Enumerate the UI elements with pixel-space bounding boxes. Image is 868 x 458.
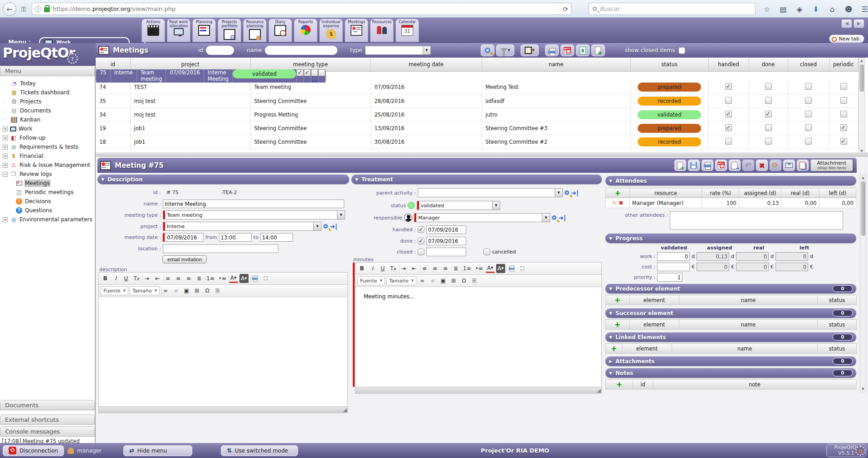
minutes-editor-body[interactable]: Meeting minutes...	[356, 287, 601, 374]
meeting-date-input[interactable]	[163, 233, 204, 242]
col-status[interactable]: status	[630, 58, 708, 71]
switch-mode-button[interactable]: ⇅Use switched mode	[221, 445, 298, 456]
successor-section-header[interactable]: ▼Successor element0	[605, 308, 856, 318]
delete-x-icon[interactable]: ✖	[619, 200, 624, 206]
work-validated-input[interactable]	[657, 252, 690, 261]
linked-elements-section-header[interactable]: ▼Linked Elements0	[605, 332, 856, 342]
expander-plus[interactable]: +	[3, 136, 8, 141]
delete-button[interactable]: ✖	[756, 160, 768, 171]
description-editor-resize-bar[interactable]	[98, 407, 348, 413]
periodic-checkbox[interactable]	[840, 138, 847, 145]
responsible-select[interactable]: Manager▼	[414, 213, 550, 222]
excel-tool-button[interactable]	[576, 44, 590, 56]
handled-checkbox[interactable]	[725, 97, 732, 104]
progress-section-header[interactable]: ▼Progress	[605, 234, 856, 243]
done-detail-checkbox[interactable]	[418, 238, 424, 244]
sidebar-item-meetings[interactable]: Meetings	[2, 179, 95, 188]
table-row[interactable]: 35moj testSteering Committee28/08/2016sd…	[96, 94, 858, 108]
sidebar-external-shortcuts-panel[interactable]: External shortcuts	[0, 414, 95, 425]
to-time-input[interactable]	[260, 233, 293, 242]
table-row[interactable]: 75InterneTeam meeting07/09/2016Interne M…	[96, 72, 326, 81]
add-successor-cell[interactable]: +	[606, 320, 629, 330]
image-icon[interactable]: ▣	[182, 286, 191, 295]
size-dropdown[interactable]: Tamaño▼	[130, 286, 160, 295]
other-attendees-textarea[interactable]	[670, 211, 843, 229]
project-field-select[interactable]: Interne▼	[163, 222, 322, 231]
filter-type-select[interactable]: ▼	[365, 46, 431, 55]
tab-meetings[interactable]: Meetings	[345, 19, 368, 42]
table-row[interactable]: 19job1Steering Committee13/09/2016Steeri…	[96, 122, 858, 135]
tab-calendar[interactable]: Calendar	[395, 19, 419, 42]
sidebar-item-work[interactable]: +Work	[2, 124, 95, 133]
bold-icon[interactable]: B	[101, 274, 110, 283]
font-dropdown[interactable]: Fuente▼	[357, 276, 385, 285]
table-row[interactable]: 34moj testProgress Metting25/08/2016jutr…	[96, 108, 858, 122]
copy-button[interactable]	[729, 160, 741, 171]
reading-list-icon[interactable]: ▤	[776, 2, 790, 16]
closed-checkbox[interactable]	[311, 69, 318, 76]
col-meeting-date[interactable]: meeting date	[371, 58, 482, 71]
sidebar-item-today[interactable]: ····◔Today	[2, 79, 95, 88]
resize-grip-icon[interactable]	[343, 408, 347, 412]
sidebar-item-periodic-meetings[interactable]: ◫Periodic meetings	[2, 188, 95, 197]
sidebar-item-tickets-dashboard[interactable]: ····▦Tickets dashboard	[2, 88, 95, 97]
col-done[interactable]: done	[749, 58, 788, 71]
handled-checkbox[interactable]	[725, 124, 732, 131]
description-editor-body[interactable]	[99, 297, 347, 393]
downloads-icon[interactable]: ⬇	[809, 2, 823, 16]
predecessor-section-header[interactable]: ▼Predecessor element0	[605, 284, 856, 293]
done-checkbox[interactable]	[765, 111, 772, 117]
site-info-icon[interactable]: i	[35, 6, 41, 12]
new-tab-button[interactable]: New tab	[829, 34, 864, 43]
cost-validated-input[interactable]	[657, 263, 690, 271]
resize-grip-icon[interactable]	[597, 389, 601, 393]
handled-date-input[interactable]	[426, 225, 466, 234]
periodic-checkbox[interactable]	[840, 111, 847, 117]
email-invitation-button[interactable]: email invitation	[162, 255, 207, 263]
expander-plus[interactable]: +	[3, 154, 8, 159]
link-icon[interactable]: ∞	[161, 286, 170, 295]
responsible-goto-icon[interactable]: ➜|	[558, 214, 566, 221]
filter-name-input[interactable]	[265, 46, 337, 55]
table-icon[interactable]: ⊞	[192, 286, 201, 295]
bold-icon[interactable]: B	[357, 264, 366, 273]
from-time-input[interactable]	[219, 233, 252, 242]
table-row[interactable]: 18job1Steering Committee30/08/2016Steeri…	[96, 135, 858, 149]
expander-plus[interactable]: +	[3, 217, 8, 222]
parent-goto-icon[interactable]: ➜|	[571, 189, 579, 196]
email-button[interactable]	[783, 160, 795, 171]
closed-date-input[interactable]	[426, 248, 466, 256]
print-tool-button[interactable]	[545, 44, 559, 56]
tab-reports[interactable]: Reports	[294, 19, 317, 42]
print-icon[interactable]	[507, 264, 517, 273]
col-closed[interactable]: closed	[788, 58, 829, 71]
periodic-checkbox[interactable]	[840, 83, 847, 90]
closed-checkbox[interactable]	[805, 97, 812, 104]
handled-checkbox[interactable]	[297, 69, 303, 76]
hide-menu-button[interactable]: ⇄Hide menu	[123, 445, 192, 456]
text-color-icon[interactable]: A▼	[229, 274, 238, 283]
align-center-icon[interactable]: ≡	[430, 264, 439, 273]
expander-plus[interactable]: +	[3, 145, 8, 150]
indent-icon[interactable]: ⇥	[142, 274, 151, 283]
nav-forward-button[interactable]: ▶	[853, 19, 864, 28]
table-icon[interactable]: ⊞	[449, 276, 458, 285]
add-linked-cell[interactable]: +	[606, 344, 622, 354]
expander-plus[interactable]: +	[3, 163, 8, 168]
done-checkbox[interactable]	[765, 97, 772, 104]
tab-real-work-allocation[interactable]: Real work allocation	[167, 19, 190, 42]
align-center-icon[interactable]: ≡	[174, 274, 183, 283]
align-right-icon[interactable]: ≡	[184, 274, 193, 283]
key-icon[interactable]: ⚿	[18, 4, 29, 15]
sidebar-item-review-logs[interactable]: −❐Review logs	[2, 170, 95, 179]
handled-checkbox[interactable]	[725, 138, 732, 145]
bg-color-icon[interactable]: A▼	[239, 274, 249, 283]
clone-button[interactable]	[797, 160, 809, 171]
add-attendee-cell[interactable]: +	[606, 188, 630, 198]
list-detail-splitter[interactable]: ····	[96, 153, 868, 156]
tab-resources[interactable]: Resources	[370, 19, 394, 42]
description-section-header[interactable]: ▼Description	[98, 175, 349, 184]
responsible-search-icon[interactable]	[552, 215, 556, 220]
closed-checkbox[interactable]	[805, 111, 812, 117]
name-input[interactable]	[163, 200, 344, 208]
